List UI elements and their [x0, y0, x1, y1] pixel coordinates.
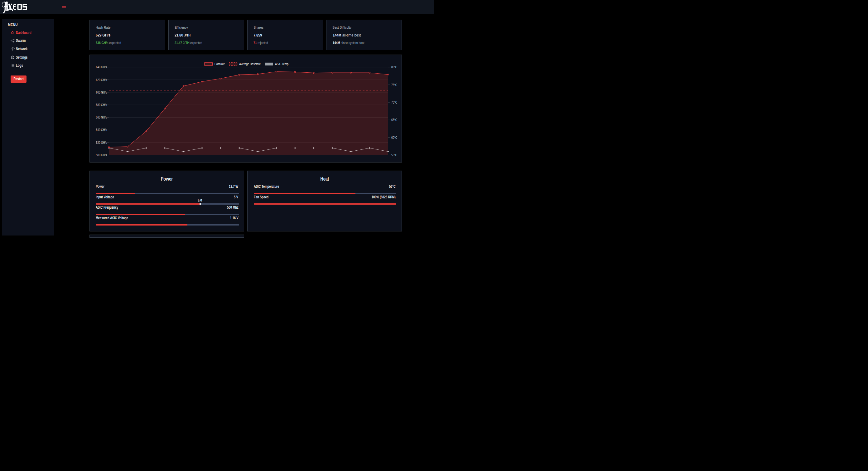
svg-text:Hashrate: Hashrate — [215, 62, 225, 66]
svg-text:55°C: 55°C — [391, 153, 397, 157]
svg-text:70°C: 70°C — [391, 101, 397, 104]
svg-text:620 GH/s: 620 GH/s — [96, 78, 107, 82]
svg-text:60°C: 60°C — [391, 136, 397, 140]
svg-text:560 GH/s: 560 GH/s — [96, 116, 107, 119]
svg-text:500 GH/s: 500 GH/s — [96, 153, 107, 157]
svg-text:80°C: 80°C — [391, 66, 397, 69]
svg-text:ASIC Temp: ASIC Temp — [275, 62, 288, 66]
svg-text:75°C: 75°C — [391, 83, 397, 87]
svg-text:540 GH/s: 540 GH/s — [96, 128, 107, 132]
svg-text:580 GH/s: 580 GH/s — [96, 103, 107, 107]
svg-text:600 GH/s: 600 GH/s — [96, 91, 107, 94]
svg-text:65°C: 65°C — [391, 118, 397, 122]
svg-text:640 GH/s: 640 GH/s — [96, 66, 107, 69]
svg-text:520 GH/s: 520 GH/s — [96, 141, 107, 144]
svg-text:Average Hashrate: Average Hashrate — [239, 62, 261, 66]
